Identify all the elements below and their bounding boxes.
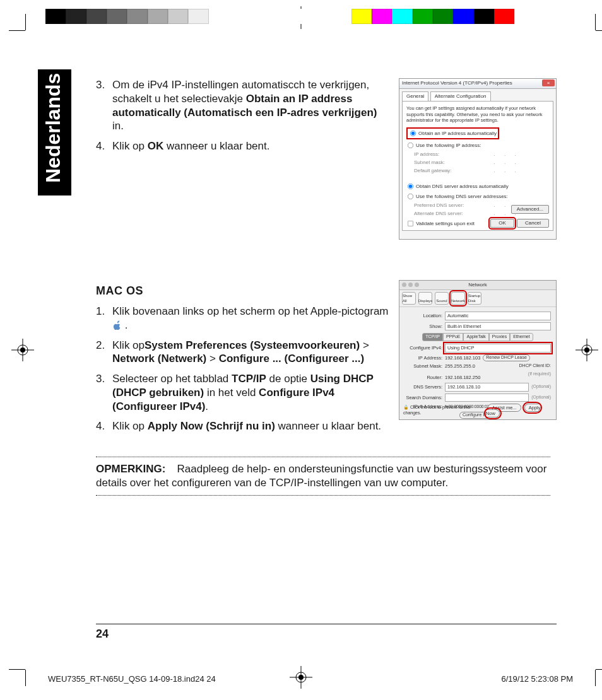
mac-step-2: 2. Klik opSystem Preferences (Systeemvoo… — [112, 339, 390, 366]
search-domains-field[interactable] — [445, 394, 529, 402]
dns-servers-field[interactable]: 192.168.128.10 — [445, 383, 529, 392]
configure-ipv4-select[interactable]: Using DHCP — [445, 344, 551, 353]
step-3: 3. Om de iPv4 IP-instellingen automatisc… — [112, 78, 384, 133]
registration-mark-icon — [11, 339, 34, 361]
note-box: OPMERKING:Raadpleeg de help- en onderste… — [96, 457, 550, 496]
location-select[interactable]: Automatic — [445, 312, 551, 320]
footer-rule — [96, 624, 557, 624]
radio-use-dns[interactable] — [408, 194, 413, 199]
renew-dhcp-button[interactable]: Renew DHCP Lease — [483, 354, 529, 361]
tab-appletalk[interactable]: AppleTalk — [463, 333, 488, 341]
toolbar-network[interactable]: Network — [451, 292, 465, 305]
print-slug: WEU7355_RT-N65U_QSG 14-09-18.ind24 24 6/… — [48, 674, 573, 684]
checkbox-validate[interactable] — [408, 221, 413, 226]
tab-pppoe[interactable]: PPPoE — [443, 333, 464, 341]
tab-alternate[interactable]: Alternate Configuration — [430, 91, 491, 101]
crop-mark-icon — [572, 670, 596, 694]
radio-use-ip[interactable] — [408, 143, 413, 148]
traffic-lights-icon — [402, 283, 419, 287]
radio-obtain-ip-auto[interactable] — [410, 131, 416, 136]
tab-tcp/ip[interactable]: TCP/IP — [422, 333, 443, 341]
mac-step-3: 3. Selecteer op het tabblad TCP/IP de op… — [112, 372, 390, 413]
tab-general[interactable]: General — [402, 91, 428, 101]
page-number: 24 — [96, 627, 109, 641]
crop-mark-icon — [25, 670, 49, 694]
windows-ipv4-dialog: Internet Protocol Version 4 (TCP/IPv4) P… — [399, 78, 557, 240]
mac-step-4: 4. Klik op Apply Now (Schrijf nu in) wan… — [112, 419, 390, 433]
toolbar-displays[interactable]: Displays — [418, 292, 432, 305]
ok-button[interactable]: OK — [490, 219, 514, 228]
toolbar-sound[interactable]: Sound — [435, 292, 449, 305]
step-4: 4. Klik op OK wanneer u klaar bent. — [112, 139, 384, 153]
tab-ethernet[interactable]: Ethernet — [510, 333, 533, 341]
macos-network-dialog: Network Show AllDisplaysSoundNetworkStar… — [399, 280, 557, 420]
advanced-button[interactable]: Advanced... — [511, 205, 549, 214]
radio-obtain-dns-auto[interactable] — [408, 184, 413, 189]
mac-step-1: 1. Klik bovenaan links op het scherm op … — [112, 305, 390, 332]
tab-proxies[interactable]: Proxies — [489, 333, 510, 341]
close-icon[interactable]: × — [542, 79, 555, 86]
printer-color-bar — [45, 9, 575, 24]
apple-icon — [112, 320, 122, 330]
toolbar-startup-disk[interactable]: Startup Disk — [468, 292, 481, 305]
dialog-description: You can get IP settings assigned automat… — [406, 105, 549, 124]
show-select[interactable]: Built-in Ethernet — [445, 322, 551, 331]
toolbar-show-all[interactable]: Show All — [402, 292, 416, 305]
cancel-button[interactable]: Cancel — [517, 219, 549, 228]
